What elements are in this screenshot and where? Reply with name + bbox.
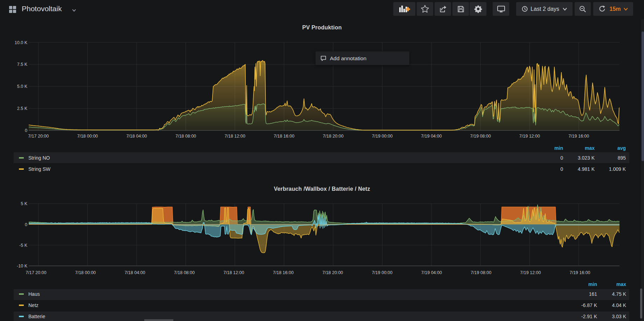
svg-text:7/17 20:00: 7/17 20:00 [28,134,49,139]
svg-text:7/18 08:00: 7/18 08:00 [175,134,196,139]
svg-text:0: 0 [25,222,27,227]
svg-text:7/19 04:00: 7/19 04:00 [421,270,442,275]
svg-text:7/19 08:00: 7/19 08:00 [471,270,491,275]
svg-text:7.5 K: 7.5 K [17,62,28,67]
svg-text:7/19 16:00: 7/19 16:00 [568,134,589,139]
svg-text:7/18 20:00: 7/18 20:00 [323,134,344,139]
svg-text:7/18 04:00: 7/18 04:00 [126,134,147,139]
svg-text:7/19 12:00: 7/19 12:00 [519,134,540,139]
svg-text:7/19 16:00: 7/19 16:00 [569,270,590,275]
svg-text:7/19 00:00: 7/19 00:00 [372,134,393,139]
svg-text:7/18 16:00: 7/18 16:00 [273,270,293,275]
svg-text:7/19 04:00: 7/19 04:00 [421,134,442,139]
svg-text:10.0 K: 10.0 K [15,40,28,45]
svg-text:7/18 20:00: 7/18 20:00 [322,270,343,275]
svg-text:7/18 00:00: 7/18 00:00 [75,270,96,275]
svg-text:2.5 K: 2.5 K [17,106,28,111]
svg-text:5.0 K: 5.0 K [17,84,28,89]
svg-text:7/18 12:00: 7/18 12:00 [223,270,244,275]
svg-text:-10 K: -10 K [17,264,28,268]
svg-text:7/17 20:00: 7/17 20:00 [26,270,46,275]
svg-text:7/18 00:00: 7/18 00:00 [77,134,98,139]
svg-text:7/18 12:00: 7/18 12:00 [224,134,245,139]
svg-text:7/19 08:00: 7/19 08:00 [470,134,491,139]
svg-text:5 K: 5 K [21,201,27,206]
svg-text:7/18 04:00: 7/18 04:00 [125,270,145,275]
svg-text:7/18 16:00: 7/18 16:00 [274,134,295,139]
svg-text:7/18 08:00: 7/18 08:00 [174,270,195,275]
svg-text:7/19 00:00: 7/19 00:00 [372,270,393,275]
svg-text:-5 K: -5 K [19,243,28,248]
svg-text:0: 0 [25,128,27,133]
svg-text:7/19 12:00: 7/19 12:00 [520,270,541,275]
